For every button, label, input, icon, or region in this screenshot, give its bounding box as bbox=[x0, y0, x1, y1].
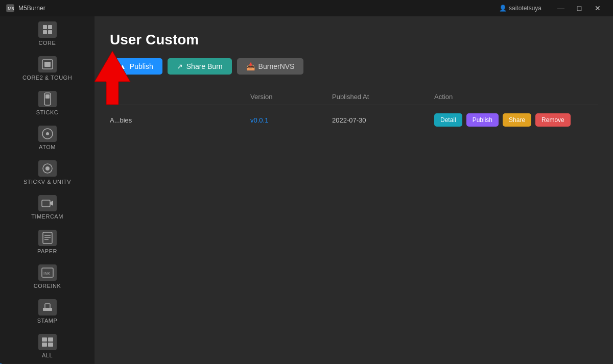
paper-icon bbox=[38, 230, 57, 246]
sidebar-label-stickc: STICKC bbox=[36, 109, 58, 115]
window-controls: — □ ✕ bbox=[552, 0, 607, 16]
app-title: M5Burner bbox=[18, 5, 499, 12]
core-icon bbox=[38, 21, 57, 38]
titlebar: M5 M5Burner 👤 saitotetsuya — □ ✕ bbox=[0, 0, 613, 16]
col-name bbox=[110, 93, 250, 101]
sidebar: CORE CORE2 & TOUGH STICKC ATOM STICKV & … bbox=[0, 16, 95, 364]
sidebar-label-paper: PAPER bbox=[37, 248, 57, 254]
shareburn-button[interactable]: ↗ Share Burn bbox=[168, 58, 232, 75]
remove-button[interactable]: Remove bbox=[535, 113, 571, 127]
sidebar-label-stickv: STICKV & UNITV bbox=[23, 179, 71, 185]
sidebar-item-all[interactable]: ALL bbox=[0, 329, 95, 363]
coreink-icon: INK bbox=[38, 264, 57, 281]
sidebar-item-coreink[interactable]: INK COREINK bbox=[0, 259, 95, 294]
svg-rect-25 bbox=[48, 337, 53, 342]
user-info: 👤 saitotetsuya bbox=[499, 5, 541, 12]
restore-button[interactable]: □ bbox=[570, 0, 588, 16]
table-header: Version Published At Action bbox=[110, 89, 598, 105]
user-icon: 👤 bbox=[499, 5, 507, 12]
sidebar-item-core2tough[interactable]: CORE2 & TOUGH bbox=[0, 51, 95, 86]
burnernvs-button[interactable]: 📥 BurnerNVS bbox=[237, 58, 304, 75]
svg-point-11 bbox=[46, 132, 49, 135]
col-published: Published At bbox=[332, 93, 434, 101]
sidebar-label-stamp: STAMP bbox=[37, 318, 58, 324]
sidebar-item-paper[interactable]: PAPER bbox=[0, 225, 95, 259]
sidebar-label-atom: ATOM bbox=[39, 144, 56, 150]
publish-icon: ▲ bbox=[119, 62, 126, 70]
row-version: v0.0.1 bbox=[250, 116, 332, 124]
svg-text:INK: INK bbox=[43, 271, 51, 276]
row-publish-button[interactable]: Publish bbox=[466, 113, 499, 127]
svg-rect-2 bbox=[43, 25, 47, 29]
shareburn-icon: ↗ bbox=[177, 62, 183, 70]
burnernvs-icon: 📥 bbox=[246, 62, 255, 70]
svg-point-13 bbox=[45, 166, 50, 171]
svg-rect-27 bbox=[48, 343, 53, 347]
sidebar-item-stamp[interactable]: STAMP bbox=[0, 294, 95, 329]
svg-rect-9 bbox=[45, 94, 50, 99]
sidebar-item-timercam[interactable]: TIMERCAM bbox=[0, 190, 95, 225]
timercam-icon bbox=[38, 195, 57, 211]
publish-button[interactable]: ▲ Publish bbox=[110, 58, 162, 75]
sidebar-item-stickc[interactable]: STICKC bbox=[0, 86, 95, 120]
row-name: A...bies bbox=[110, 116, 250, 124]
svg-marker-15 bbox=[50, 201, 53, 206]
row-actions: Detail Publish Share Remove bbox=[434, 113, 598, 127]
username: saitotetsuya bbox=[509, 5, 541, 12]
content-area: User Custom ▲ Publish ↗ Share Burn 📥 Bur… bbox=[95, 16, 613, 364]
page-title: User Custom bbox=[110, 32, 598, 48]
sidebar-label-core2tough: CORE2 & TOUGH bbox=[22, 75, 72, 81]
sidebar-label-core: CORE bbox=[39, 40, 56, 46]
share-button[interactable]: Share bbox=[503, 113, 531, 127]
svg-rect-3 bbox=[48, 25, 52, 29]
sidebar-label-coreink: COREINK bbox=[34, 283, 61, 289]
svg-rect-5 bbox=[48, 30, 52, 34]
svg-rect-14 bbox=[42, 200, 50, 207]
stamp-icon bbox=[38, 299, 57, 316]
toolbar: ▲ Publish ↗ Share Burn 📥 BurnerNVS bbox=[110, 58, 598, 75]
sidebar-label-all: ALL bbox=[42, 352, 53, 358]
main-layout: CORE CORE2 & TOUGH STICKC ATOM STICKV & … bbox=[0, 16, 613, 364]
all-icon bbox=[38, 334, 57, 350]
detail-button[interactable]: Detail bbox=[434, 113, 462, 127]
sidebar-item-stickv[interactable]: STICKV & UNITV bbox=[0, 155, 95, 190]
sidebar-item-atom[interactable]: ATOM bbox=[0, 120, 95, 155]
atom-icon bbox=[38, 126, 57, 142]
svg-rect-16 bbox=[43, 232, 52, 244]
stickc-icon bbox=[38, 91, 57, 107]
table-row: A...bies v0.0.1 2022-07-30 Detail Publis… bbox=[110, 107, 598, 133]
close-button[interactable]: ✕ bbox=[588, 0, 607, 16]
sidebar-item-core[interactable]: CORE bbox=[0, 16, 95, 51]
svg-rect-7 bbox=[44, 62, 51, 67]
stickv-icon bbox=[38, 160, 57, 177]
svg-rect-23 bbox=[45, 304, 50, 308]
core2tough-icon bbox=[38, 56, 57, 72]
svg-rect-4 bbox=[43, 30, 47, 34]
col-version: Version bbox=[250, 93, 332, 101]
svg-text:M5: M5 bbox=[8, 6, 14, 11]
row-published-at: 2022-07-30 bbox=[332, 116, 434, 124]
sidebar-label-timercam: TIMERCAM bbox=[31, 213, 63, 220]
minimize-button[interactable]: — bbox=[552, 0, 570, 16]
svg-rect-26 bbox=[42, 343, 47, 347]
col-action: Action bbox=[434, 93, 598, 101]
app-icon: M5 bbox=[6, 4, 14, 12]
svg-rect-24 bbox=[42, 337, 47, 342]
